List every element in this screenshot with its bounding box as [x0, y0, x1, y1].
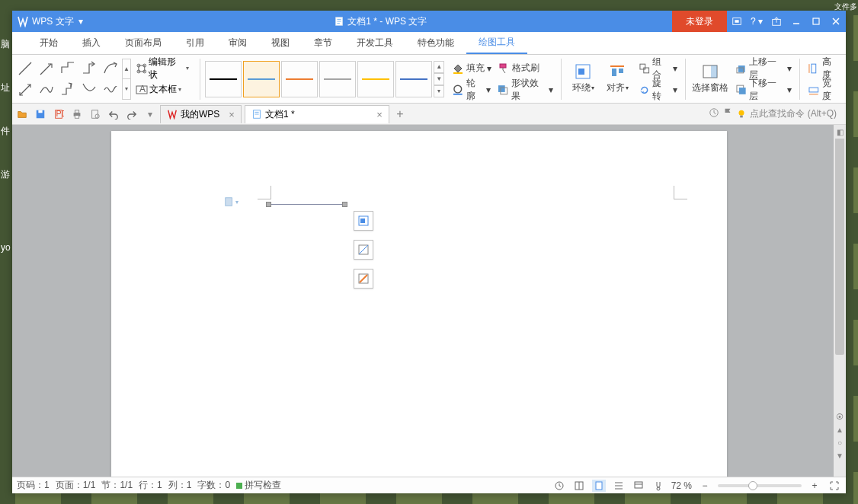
side-panel-toggle[interactable]: ◧ [834, 125, 846, 139]
tab-start[interactable]: 开始 [27, 32, 70, 54]
save-button[interactable] [34, 107, 47, 121]
shape-curve[interactable] [101, 59, 120, 78]
edit-shape-button[interactable]: 编辑形状▾ [133, 59, 195, 78]
tab-references[interactable]: 引用 [174, 32, 216, 54]
nav-prev-icon[interactable]: ▲ [836, 426, 844, 434]
shape-arrow[interactable] [37, 59, 56, 78]
rotate-button[interactable]: 旋转▾ [635, 80, 680, 100]
shape-line[interactable] [15, 59, 35, 78]
resize-handle-right[interactable] [342, 202, 347, 207]
style-black[interactable] [205, 61, 242, 97]
read-view-icon[interactable] [572, 480, 586, 492]
tab-view[interactable]: 视图 [259, 32, 302, 54]
redo-button[interactable] [125, 107, 139, 121]
style-yellow[interactable] [357, 61, 394, 97]
command-search[interactable]: 点此查找命令 (Alt+Q) [736, 107, 843, 120]
undo-button[interactable] [107, 107, 120, 121]
style-orange[interactable] [281, 61, 318, 97]
fit-button[interactable] [828, 480, 841, 492]
nav-up-icon[interactable]: ⦿ [836, 413, 844, 421]
minimize-button[interactable] [786, 11, 806, 32]
scrollbar-thumb[interactable] [835, 126, 844, 355]
nav-next-icon[interactable]: ▼ [836, 451, 844, 460]
wrap-button[interactable]: 环绕▾ [566, 59, 599, 100]
float-outline-button[interactable] [354, 269, 373, 289]
fill-button[interactable]: 填充▾ [449, 59, 495, 78]
export-pdf-button[interactable]: PDF [52, 107, 66, 121]
app-brand[interactable]: WPS 文字 ▾ [12, 11, 89, 32]
shapes-more[interactable]: ▾ [122, 79, 131, 100]
open-button[interactable] [15, 107, 29, 121]
bring-forward-button[interactable]: 上移一层▾ [732, 59, 795, 78]
group-button[interactable]: 组合▾ [635, 59, 680, 78]
print-button[interactable] [70, 107, 84, 121]
outline-view-icon[interactable] [612, 480, 626, 492]
shape-elbow-arrow[interactable] [79, 59, 99, 78]
style-blue[interactable] [243, 61, 280, 97]
print-preview-button[interactable] [88, 107, 102, 121]
status-section[interactable]: 节：1/1 [101, 479, 133, 492]
print-view-icon[interactable] [592, 480, 606, 492]
shape-scribble[interactable] [101, 80, 120, 100]
style-more[interactable]: ▾ [434, 85, 444, 97]
shape-double-arrow[interactable] [15, 80, 35, 100]
textbox-button[interactable]: A 文本框▾ [133, 80, 195, 100]
document-tab[interactable]: 文档1 * × [245, 105, 389, 123]
nav-select-icon[interactable]: ○ [837, 439, 842, 447]
shape-effect-button[interactable]: 形状效果▾ [494, 80, 556, 100]
zoom-slider[interactable] [718, 484, 802, 487]
align-button[interactable]: 对齐▾ [601, 59, 634, 100]
style-blue2[interactable] [395, 61, 432, 97]
maximize-button[interactable] [806, 11, 826, 32]
status-col[interactable]: 列：1 [168, 479, 192, 492]
tab-section[interactable]: 章节 [302, 32, 344, 54]
width-button[interactable]: 宽度 [805, 80, 843, 100]
shape-connector[interactable] [58, 80, 78, 100]
tab-drawing-tools[interactable]: 绘图工具 [466, 32, 527, 54]
style-gray[interactable] [319, 61, 356, 97]
shape-elbow[interactable] [58, 59, 78, 78]
eye-protect-icon[interactable] [652, 480, 665, 492]
paragraph-marker[interactable]: ▾ [224, 196, 239, 207]
selected-line-shape[interactable] [268, 204, 344, 205]
zoom-value[interactable]: 72 % [671, 480, 692, 491]
login-button[interactable]: 未登录 [672, 11, 727, 32]
shape-freeform[interactable] [37, 80, 56, 100]
status-chars[interactable]: 字数：0 [197, 479, 230, 492]
style-up[interactable]: ▲ [434, 61, 444, 73]
flag-icon[interactable] [722, 107, 733, 120]
float-layout-button[interactable] [354, 211, 373, 231]
format-painter-button[interactable]: 格式刷 [495, 59, 543, 78]
status-spell[interactable]: 拼写检查 [236, 479, 281, 492]
selection-pane-button[interactable]: 选择窗格 [690, 59, 731, 100]
document-page[interactable]: ▾ [111, 131, 727, 477]
tab-review[interactable]: 审阅 [216, 32, 259, 54]
share-button[interactable] [767, 11, 786, 32]
resize-handle-left[interactable] [266, 202, 271, 207]
history-view-icon[interactable] [552, 480, 566, 492]
zoom-in-button[interactable]: + [808, 480, 821, 492]
send-backward-button[interactable]: 下移一层▾ [732, 80, 795, 100]
tab-page-layout[interactable]: 页面布局 [113, 32, 174, 54]
tab-developer[interactable]: 开发工具 [344, 32, 405, 54]
help-button[interactable]: ? ▾ [747, 11, 767, 32]
status-line[interactable]: 行：1 [139, 479, 162, 492]
new-tab-button[interactable]: + [392, 107, 408, 122]
style-down[interactable]: ▼ [434, 73, 444, 85]
close-tab-icon[interactable]: × [229, 109, 235, 120]
zoom-out-button[interactable]: − [698, 480, 712, 492]
zoom-knob[interactable] [748, 481, 757, 490]
outline-button[interactable]: 轮廓▾ [449, 80, 494, 100]
shapes-scroll-up[interactable]: ▲ [122, 59, 131, 80]
status-page[interactable]: 页面：1/1 [56, 479, 96, 492]
tab-features[interactable]: 特色功能 [405, 32, 466, 54]
wps-home-tab[interactable]: 我的WPS × [160, 105, 242, 123]
height-button[interactable]: 高度 [805, 59, 843, 78]
shape-curve2[interactable] [79, 80, 99, 100]
float-fill-button[interactable] [354, 240, 373, 260]
tab-insert[interactable]: 插入 [70, 32, 113, 54]
qa-customize[interactable]: ▾ [143, 107, 157, 121]
web-view-icon[interactable] [632, 480, 645, 492]
skin-button[interactable] [727, 11, 747, 32]
close-button[interactable] [826, 11, 846, 32]
